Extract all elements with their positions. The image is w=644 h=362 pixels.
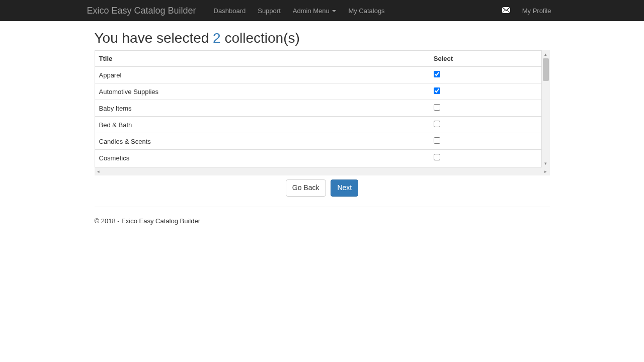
chevron-down-icon: [332, 10, 336, 12]
row-select-cell: [430, 117, 541, 133]
nav-my-catalogs[interactable]: My Catalogs: [342, 1, 390, 21]
select-checkbox[interactable]: [434, 137, 440, 144]
select-checkbox[interactable]: [434, 104, 440, 111]
nav-support[interactable]: Support: [252, 1, 287, 21]
select-checkbox[interactable]: [434, 154, 440, 160]
nav-links: Dashboard Support Admin Menu My Catalogs: [208, 1, 391, 21]
table-row: Automotive Supplies: [95, 83, 541, 100]
horizontal-scrollbar[interactable]: ◂ ▸: [95, 167, 550, 175]
heading-prefix: You have selected: [95, 30, 213, 46]
row-title: Apparel: [95, 67, 430, 83]
row-select-cell: [430, 83, 541, 100]
page-title: You have selected 2 collection(s): [95, 30, 550, 46]
scroll-down-arrow-icon[interactable]: ▾: [542, 159, 550, 167]
footer-text: © 2018 - Exico Easy Catalog Builder: [95, 217, 550, 235]
nav-admin-menu-label: Admin Menu: [293, 7, 330, 15]
row-select-cell: [430, 67, 541, 83]
envelope-icon[interactable]: [496, 2, 516, 20]
table-row: Bed & Bath: [95, 117, 541, 133]
scroll-left-arrow-icon[interactable]: ◂: [95, 167, 103, 175]
next-button[interactable]: Next: [331, 179, 358, 197]
select-checkbox[interactable]: [434, 121, 440, 127]
scroll-thumb[interactable]: [543, 58, 549, 81]
brand-link[interactable]: Exico Easy Catalog Builder: [87, 1, 204, 21]
nav-right: My Profile: [496, 1, 557, 21]
row-title: Candles & Scents: [95, 133, 430, 150]
collection-panel: Ttile Select ApparelAutomotive SuppliesB…: [95, 50, 550, 167]
scroll-up-arrow-icon[interactable]: ▴: [542, 50, 550, 58]
collection-table: Ttile Select ApparelAutomotive SuppliesB…: [95, 51, 541, 166]
divider: [95, 207, 550, 207]
select-checkbox[interactable]: [434, 87, 440, 94]
table-row: Baby Items: [95, 100, 541, 117]
table-row: Apparel: [95, 67, 541, 83]
vertical-scrollbar[interactable]: ▴ ▾: [542, 50, 550, 167]
col-select: Select: [430, 51, 541, 67]
button-row: Go Back Next: [95, 179, 550, 197]
heading-suffix: collection(s): [221, 30, 300, 46]
hscroll-track[interactable]: [103, 167, 542, 175]
selected-count: 2: [213, 30, 221, 46]
row-select-cell: [430, 100, 541, 117]
col-title: Ttile: [95, 51, 430, 67]
nav-admin-menu[interactable]: Admin Menu: [287, 1, 343, 21]
table-row: Cosmetics: [95, 150, 541, 166]
row-title: Baby Items: [95, 100, 430, 117]
row-select-cell: [430, 150, 541, 166]
table-row: Candles & Scents: [95, 133, 541, 150]
row-select-cell: [430, 133, 541, 150]
nav-my-profile[interactable]: My Profile: [516, 1, 557, 21]
navbar: Exico Easy Catalog Builder Dashboard Sup…: [0, 0, 644, 21]
row-title: Automotive Supplies: [95, 83, 430, 100]
scroll-track[interactable]: [542, 58, 550, 159]
row-title: Cosmetics: [95, 150, 430, 166]
row-title: Bed & Bath: [95, 117, 430, 133]
nav-dashboard[interactable]: Dashboard: [208, 1, 252, 21]
select-checkbox[interactable]: [434, 71, 440, 77]
scroll-right-arrow-icon[interactable]: ▸: [542, 167, 550, 175]
go-back-button[interactable]: Go Back: [286, 179, 326, 197]
